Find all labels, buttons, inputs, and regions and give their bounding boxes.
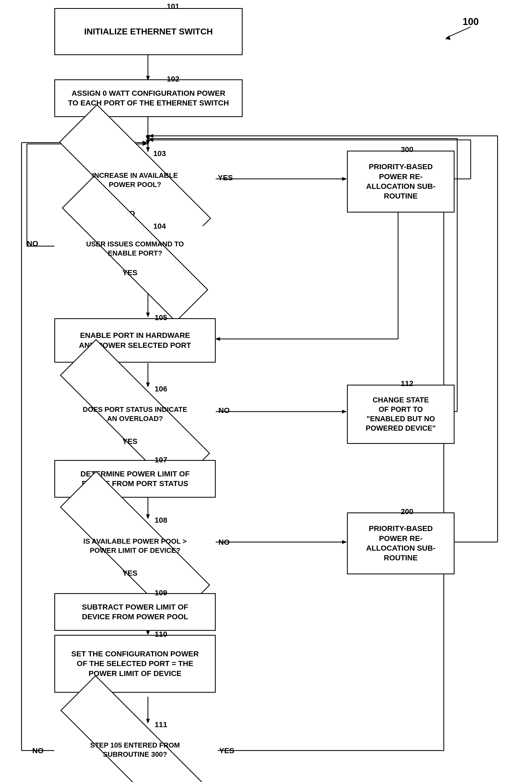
box-200: PRIORITY-BASEDPOWER RE-ALLOCATION SUB-RO… xyxy=(347,512,455,574)
svg-marker-60 xyxy=(146,136,150,141)
diamond-111: STEP 105 ENTERED FROMSUBROUTINE 300? xyxy=(54,725,216,775)
ref-112: 112 xyxy=(401,379,414,388)
no-108: NO xyxy=(218,538,230,546)
flowchart-diagram: INITIALIZE ETHERNET SWITCH 101 100 ASSIG… xyxy=(0,0,532,782)
ref-106: 106 xyxy=(155,385,167,393)
box-300: PRIORITY-BASEDPOWER RE-ALLOCATION SUB-RO… xyxy=(347,151,455,213)
svg-marker-29 xyxy=(143,142,147,146)
figure-label: FIG. 1 xyxy=(202,780,227,782)
yes-106: YES xyxy=(122,437,137,446)
diamond-108: IS AVAILABLE POWER POOL >POWER LIMIT OF … xyxy=(54,521,216,572)
ref-300: 300 xyxy=(401,145,414,154)
ref-109: 109 xyxy=(155,589,167,597)
svg-marker-56 xyxy=(445,36,451,40)
ref-103: 103 xyxy=(153,149,166,158)
svg-marker-5 xyxy=(146,147,150,152)
yes-103: YES xyxy=(218,174,233,182)
svg-marker-58 xyxy=(146,632,149,635)
svg-marker-33 xyxy=(342,540,347,544)
svg-marker-31 xyxy=(342,410,347,414)
box-101: INITIALIZE ETHERNET SWITCH xyxy=(54,8,243,55)
ref-200: 200 xyxy=(401,507,414,516)
svg-line-55 xyxy=(447,27,471,38)
svg-marker-3 xyxy=(146,135,150,140)
ref-104: 104 xyxy=(153,222,166,230)
ref-101: 101 xyxy=(167,2,179,11)
ref-105: 105 xyxy=(155,313,167,322)
yes-108: YES xyxy=(122,569,137,577)
svg-marker-22 xyxy=(146,719,150,724)
yes-104: YES xyxy=(122,269,137,277)
ref-107: 107 xyxy=(155,456,167,464)
svg-marker-36 xyxy=(215,337,220,341)
svg-marker-10 xyxy=(146,313,150,317)
box-109: SUBTRACT POWER LIMIT OFDEVICE FROM POWER… xyxy=(54,593,216,631)
svg-marker-16 xyxy=(146,514,150,519)
ref-108: 108 xyxy=(155,516,167,525)
yes-111: YES xyxy=(219,746,234,755)
svg-marker-24 xyxy=(342,177,347,181)
box-112: CHANGE STATEOF PORT TO"ENABLED BUT NOPOW… xyxy=(347,385,455,444)
ref-100: 100 xyxy=(463,16,479,28)
ref-111: 111 xyxy=(155,720,167,729)
no-106: NO xyxy=(218,406,230,415)
svg-marker-54 xyxy=(143,141,147,144)
svg-marker-44 xyxy=(148,134,153,138)
svg-marker-40 xyxy=(148,138,153,142)
box-105: ENABLE PORT IN HARDWAREAND POWER SELECTE… xyxy=(54,318,216,363)
ref-110: 110 xyxy=(155,630,167,639)
diamond-104: USER ISSUES COMMAND TOENABLE PORT? xyxy=(54,226,216,272)
box-110: SET THE CONFIGURATION POWEROF THE SELECT… xyxy=(54,635,216,693)
svg-marker-12 xyxy=(146,383,150,387)
ref-102: 102 xyxy=(167,75,179,83)
svg-marker-59 xyxy=(146,140,150,145)
diamond-106: DOES PORT STATUS INDICATEAN OVERLOAD? xyxy=(54,389,216,440)
box-102: ASSIGN 0 WATT CONFIGURATION POWERTO EACH… xyxy=(54,79,243,117)
no-104: NO xyxy=(27,240,38,248)
no-111: NO xyxy=(32,746,43,755)
